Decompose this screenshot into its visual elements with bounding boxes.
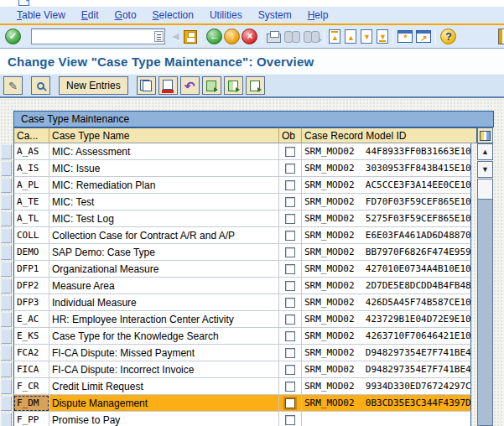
row-selector[interactable] <box>1 312 12 327</box>
case-type-name-cell[interactable]: MIC: Remediation Plan <box>49 177 279 194</box>
case-type-name-cell[interactable]: MIC: Test <box>49 194 279 210</box>
menu-item[interactable]: Edit <box>81 9 99 21</box>
case-type-code-cell[interactable]: DFP2 <box>13 278 49 294</box>
case-type-name-cell[interactable]: Organizational Measure <box>49 261 279 278</box>
obsolete-checkbox[interactable] <box>285 264 295 274</box>
menu-item[interactable]: Utilities <box>210 9 242 21</box>
command-input[interactable] <box>31 29 165 44</box>
case-record-model-cell[interactable]: SRM_MOD02 9934D330ED76724297C <box>302 378 471 395</box>
case-type-code-cell[interactable]: F_DM <box>13 395 49 412</box>
display-view-button[interactable] <box>31 76 50 95</box>
row-selector[interactable] <box>1 262 12 277</box>
case-type-code-cell[interactable]: FCA2 <box>13 345 49 361</box>
case-record-model-cell[interactable]: SRM_MOD02 BB7970F6826F474E959 <box>302 244 471 261</box>
row-selector[interactable] <box>1 295 12 310</box>
case-type-code-cell[interactable]: F_CR <box>13 378 49 395</box>
column-header-obsolete[interactable]: Ob <box>279 127 302 143</box>
case-type-code-cell[interactable]: E_KS <box>13 328 49 345</box>
page-down-icon[interactable]: ▼ <box>361 29 372 44</box>
row-selector[interactable] <box>1 396 12 411</box>
case-type-name-cell[interactable]: FI-CA Dispute: Incorrect Invoice <box>49 361 279 378</box>
last-page-icon[interactable]: ▼ <box>377 29 388 44</box>
case-record-model-cell[interactable]: SRM_MOD02 3030953FF843B415E10 <box>302 160 471 177</box>
case-record-model-cell[interactable]: SRM_MOD02 423729B1E04D72E9E10 <box>302 311 471 328</box>
save-icon[interactable] <box>184 30 197 44</box>
row-selector[interactable] <box>1 195 12 210</box>
case-record-model-cell[interactable]: SRM_MOD02 44F8933FF0B31663E10 <box>302 143 471 160</box>
case-type-name-cell[interactable]: Individual Measure <box>49 294 279 311</box>
case-type-name-cell[interactable]: MIC: Test Log <box>49 210 279 227</box>
case-record-model-cell[interactable]: SRM_MOD02 2D7DE5E8DCDD4B4FB48 <box>302 278 471 294</box>
case-type-code-cell[interactable]: A_TE <box>13 194 49 210</box>
row-selector[interactable] <box>1 278 12 294</box>
enter-icon[interactable]: ✓ <box>5 29 21 44</box>
case-type-name-cell[interactable]: Measure Area <box>49 278 279 294</box>
menu-item[interactable]: System <box>258 9 292 21</box>
help-icon[interactable]: ? <box>440 29 456 44</box>
select-all-button[interactable] <box>202 76 221 95</box>
scrollbar-down-button[interactable]: ▼ <box>477 161 493 178</box>
case-record-model-cell[interactable]: SRM_MOD02 4263710F70646421E10 <box>302 328 471 345</box>
first-page-icon[interactable]: ▲ <box>329 29 340 44</box>
case-record-model-cell[interactable]: SRM_MOD02 FD70F03F59CEF865E10 <box>302 194 471 210</box>
obsolete-checkbox[interactable] <box>285 365 295 375</box>
case-type-name-cell[interactable]: Promise to Pay <box>49 412 279 426</box>
obsolete-checkbox[interactable] <box>285 331 295 341</box>
obsolete-checkbox[interactable] <box>285 348 295 358</box>
obsolete-checkbox[interactable] <box>285 247 295 257</box>
back-icon[interactable]: ← <box>206 29 222 44</box>
obsolete-checkbox[interactable] <box>285 415 295 425</box>
new-session-icon[interactable]: * <box>397 30 413 43</box>
case-type-code-cell[interactable]: FICA <box>13 361 49 378</box>
obsolete-checkbox[interactable] <box>285 231 295 241</box>
case-type-name-cell[interactable]: SAP Demo: Case Type <box>49 244 279 261</box>
row-selector[interactable] <box>1 144 12 159</box>
case-type-code-cell[interactable]: DFP3 <box>13 294 49 311</box>
page-up-icon[interactable]: ▲ <box>345 29 356 44</box>
exit-icon[interactable]: ↑ <box>224 29 240 44</box>
case-type-name-cell[interactable]: FI-CA Dispute: Missed Payment <box>49 345 279 361</box>
scrollbar-track[interactable] <box>477 179 493 426</box>
row-selector[interactable] <box>1 329 12 344</box>
copy-as-button[interactable] <box>137 76 156 95</box>
case-record-model-cell[interactable]: SRM_MOD02 0B3CD35E3C344F4397D. <box>302 395 471 412</box>
column-header-case-type[interactable]: Ca... <box>13 127 49 143</box>
case-record-model-cell[interactable]: SRM_MOD02 426D5A45F74B587CE10 <box>302 294 471 311</box>
print-icon[interactable] <box>267 31 281 43</box>
obsolete-checkbox[interactable] <box>285 197 295 207</box>
new-entries-button[interactable]: New Entries <box>59 76 128 95</box>
row-selector[interactable] <box>1 345 12 361</box>
command-history-icon[interactable] <box>154 31 164 42</box>
row-selector[interactable] <box>1 362 12 377</box>
row-selector[interactable] <box>1 379 12 394</box>
row-selector[interactable] <box>1 178 12 193</box>
case-record-model-cell[interactable]: SRM_MOD02 E6E03FA461AD6D48870 <box>302 227 471 244</box>
case-type-code-cell[interactable]: DFP1 <box>13 261 49 278</box>
row-selector[interactable] <box>1 245 12 260</box>
create-shortcut-icon[interactable]: ↗ <box>416 30 431 43</box>
menu-item[interactable]: Help <box>308 9 329 21</box>
menu-item[interactable]: Table View <box>17 9 65 21</box>
case-record-model-cell[interactable]: SRM_MOD02 D948297354E7F741BE4 <box>302 345 471 361</box>
menu-item[interactable]: Goto <box>115 9 137 21</box>
row-selector[interactable] <box>1 211 12 226</box>
case-type-name-cell[interactable]: HR: Employee Interaction Center Activity <box>49 311 279 328</box>
obsolete-checkbox[interactable] <box>285 314 295 325</box>
obsolete-checkbox[interactable] <box>285 382 295 392</box>
find-next-icon[interactable]: + <box>304 31 320 42</box>
obsolete-checkbox[interactable] <box>285 180 295 190</box>
deselect-all-button[interactable] <box>246 76 265 95</box>
column-header-case-type-name[interactable]: Case Type Name <box>49 127 279 143</box>
case-type-code-cell[interactable]: A_IS <box>13 160 49 177</box>
case-record-model-cell[interactable]: SRM_MOD02 AC5CCE3F3A14EE0CE10 <box>302 177 471 194</box>
row-selector[interactable] <box>1 228 12 243</box>
menu-item[interactable]: Selection <box>153 9 194 21</box>
cancel-icon[interactable]: × <box>242 29 257 44</box>
collapse-command-icon[interactable]: ◀ <box>172 31 179 42</box>
row-selector[interactable] <box>1 413 12 426</box>
case-type-name-cell[interactable]: Dispute Management <box>49 395 279 412</box>
case-record-model-cell[interactable]: SRM_MOD02 427010E0734A4B10E10 <box>302 261 471 278</box>
scrollbar-up-button[interactable]: ▲ <box>477 143 493 160</box>
case-type-name-cell[interactable]: MIC: Assessment <box>49 143 279 160</box>
obsolete-checkbox[interactable] <box>285 214 295 224</box>
